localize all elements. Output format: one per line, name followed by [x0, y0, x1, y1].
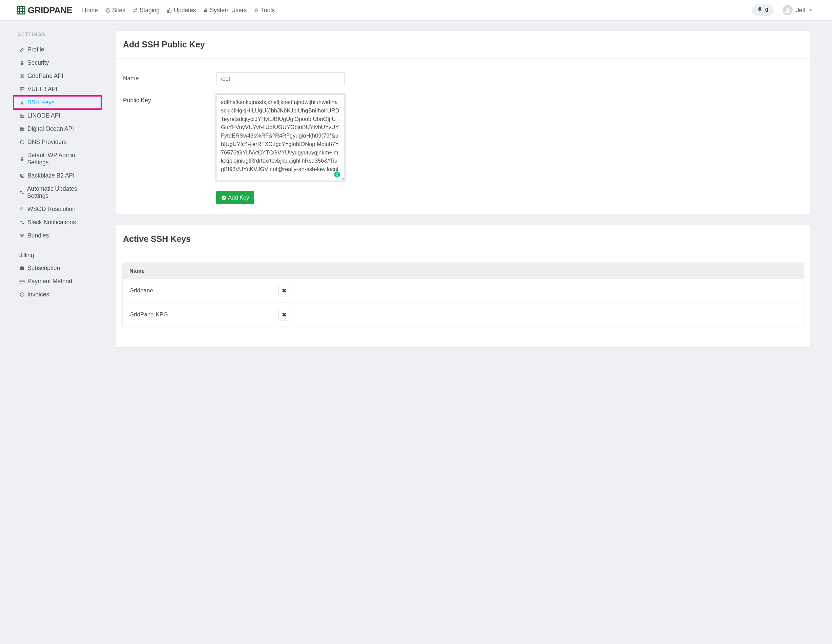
- user-name: Jeff: [796, 7, 806, 14]
- sidebar-item-ssh-keys[interactable]: SSH Keys: [18, 96, 99, 109]
- server-icon: [19, 87, 25, 92]
- sidebar-item-label: VULTR API: [27, 86, 57, 93]
- nav-sites[interactable]: Sites: [102, 4, 128, 17]
- nav-system-users[interactable]: System Users: [200, 4, 250, 17]
- sidebar-item-payment-method[interactable]: Payment Method: [18, 275, 99, 288]
- lock-icon: [19, 100, 25, 105]
- notifications-pill[interactable]: 0: [752, 5, 774, 16]
- sidebar-item-label: Automatic Updates Settings: [27, 185, 96, 200]
- active-keys-title: Active SSH Keys: [123, 234, 803, 244]
- sidebar-item-wsod-resolution[interactable]: WSOD Resolution: [18, 203, 99, 216]
- add-ssh-card-body: Name Public Key: [116, 59, 810, 215]
- sidebar-billing-list: SubscriptionPayment MethodInvoices: [18, 261, 99, 301]
- sidebar-item-label: Slack Notifications: [27, 219, 76, 226]
- check-circle-icon: [221, 195, 227, 200]
- svg-rect-22: [21, 159, 23, 160]
- svg-point-17: [21, 117, 21, 117]
- name-input[interactable]: [216, 72, 345, 85]
- lock-icon: [19, 61, 25, 66]
- nav-updates[interactable]: Updates: [164, 4, 199, 17]
- sidebar-item-vultr-api[interactable]: VULTR API: [18, 83, 99, 96]
- active-ssh-keys-card: Active SSH Keys Name Gridpane✖GridPane-K…: [116, 225, 810, 347]
- sidebar-item-label: GridPane API: [27, 72, 63, 80]
- public-key-label: Public Key: [123, 94, 216, 104]
- main: Add SSH Public Key Name Public Key: [107, 21, 832, 368]
- sidebar-item-backblaze-b2-api[interactable]: Backblaze B2 API: [18, 169, 99, 182]
- svg-point-26: [22, 193, 24, 194]
- keys-table-row: Gridpane✖: [123, 279, 803, 303]
- nav-updates-label: Updates: [174, 7, 196, 14]
- bundle-icon: [19, 233, 25, 239]
- add-ssh-key-card: Add SSH Public Key Name Public Key: [116, 31, 810, 215]
- svg-point-21: [21, 130, 21, 130]
- svg-point-28: [22, 223, 24, 224]
- sidebar-item-dns-providers[interactable]: DNS Providers: [18, 136, 99, 149]
- sidebar-item-label: Profile: [27, 46, 44, 53]
- delete-key-button[interactable]: ✖: [278, 285, 290, 296]
- edit-icon: [19, 47, 25, 52]
- public-key-textarea[interactable]: [216, 94, 345, 181]
- add-ssh-card-title: Add SSH Public Key: [123, 40, 803, 50]
- svg-point-11: [21, 88, 21, 88]
- sidebar-item-profile[interactable]: Profile: [18, 43, 99, 56]
- sidebar-item-bundles[interactable]: Bundles: [18, 229, 99, 242]
- notifications-count: 0: [765, 7, 768, 14]
- sidebar-item-automatic-updates-settings[interactable]: Automatic Updates Settings: [18, 182, 99, 203]
- chevron-down-icon: [809, 7, 812, 13]
- svg-rect-33: [20, 280, 24, 283]
- nav-home-label: Home: [82, 7, 98, 14]
- sidebar-item-label: Payment Method: [27, 278, 72, 285]
- sidebar-item-label: Digital Ocean API: [27, 125, 74, 133]
- sidebar-item-digital-ocean-api[interactable]: Digital Ocean API: [18, 122, 99, 136]
- sidebar-item-label: Invoices: [27, 291, 49, 298]
- nav-staging-label: Staging: [139, 7, 160, 14]
- svg-point-35: [222, 195, 226, 200]
- svg-rect-8: [21, 62, 23, 65]
- nav-right: 0 Jeff: [752, 5, 826, 16]
- layout: SETTINGS ProfileSecurityGridPane APIVULT…: [0, 21, 832, 368]
- svg-point-12: [21, 90, 21, 90]
- cogs-icon: [19, 220, 25, 225]
- keys-table: Name Gridpane✖GridPane-KPG✖: [122, 263, 804, 327]
- sidebar-item-slack-notifications[interactable]: Slack Notifications: [18, 216, 99, 229]
- card-icon: [19, 279, 25, 284]
- sidebar-item-label: Default WP Admin Settings: [27, 152, 96, 166]
- close-icon: ✖: [282, 311, 286, 319]
- key-action-cell: ✖: [278, 309, 290, 320]
- sidebar-item-invoices[interactable]: Invoices: [18, 288, 99, 301]
- key-action-cell: ✖: [278, 285, 290, 296]
- wrench-icon: [254, 8, 259, 13]
- nav-staging[interactable]: Staging: [130, 4, 163, 17]
- svg-point-27: [20, 221, 22, 222]
- sidebar-item-default-wp-admin-settings[interactable]: Default WP Admin Settings: [18, 149, 99, 169]
- svg-point-16: [21, 114, 21, 115]
- sidebar-item-gridpane-api[interactable]: GridPane API: [18, 69, 99, 83]
- copy-icon: [19, 173, 25, 178]
- svg-rect-23: [21, 175, 24, 178]
- nav-tools[interactable]: Tools: [251, 4, 278, 17]
- svg-rect-6: [204, 10, 207, 12]
- sidebar-item-linode-api[interactable]: LINODE API: [18, 109, 99, 122]
- sidebar-item-label: WSOD Resolution: [27, 206, 75, 213]
- nav-home[interactable]: Home: [79, 4, 101, 17]
- cogs-icon: [19, 190, 25, 195]
- platform-icon: [19, 74, 25, 78]
- user-menu[interactable]: Jeff: [782, 5, 812, 15]
- sidebar-title: SETTINGS: [18, 32, 99, 37]
- lock-icon: [203, 8, 208, 13]
- delete-key-button[interactable]: ✖: [278, 309, 290, 320]
- top-nav: GRIDPANE Home Sites Staging Updates: [0, 0, 832, 21]
- sidebar: SETTINGS ProfileSecurityGridPane APIVULT…: [0, 21, 107, 368]
- keys-table-header-name: Name: [123, 263, 803, 279]
- sidebar-item-label: Subscription: [27, 264, 60, 272]
- sidebar-item-label: LINODE API: [27, 112, 60, 119]
- svg-point-25: [20, 191, 22, 192]
- add-key-button[interactable]: Add Key: [216, 191, 254, 204]
- brand[interactable]: GRIDPANE: [6, 5, 79, 16]
- sidebar-item-subscription[interactable]: Subscription: [18, 261, 99, 275]
- sidebar-item-security[interactable]: Security: [18, 56, 99, 69]
- keys-table-row: GridPane-KPG✖: [123, 303, 803, 327]
- sidebar-list: ProfileSecurityGridPane APIVULTR APISSH …: [18, 43, 99, 242]
- sidebar-billing-heading: Billing: [18, 252, 99, 259]
- hex-icon: [19, 139, 25, 145]
